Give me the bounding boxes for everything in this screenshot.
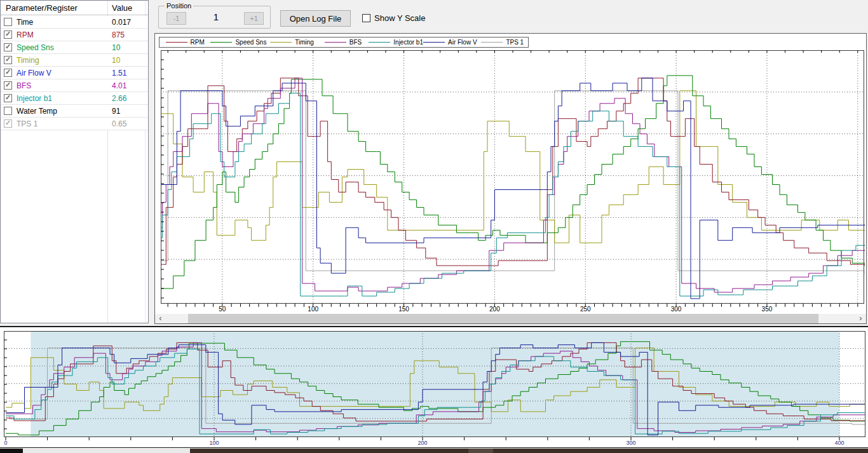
column-header-parameter[interactable]: Parameter/Register (6, 3, 78, 13)
parameter-value: 10 (112, 56, 120, 65)
parameter-checkbox[interactable] (4, 107, 12, 115)
legend-line-sample (423, 42, 445, 43)
position-value: 1 (203, 11, 229, 22)
x-axis-label: 100 (308, 306, 318, 313)
table-row[interactable]: ✓Timing10 (1, 54, 148, 67)
legend-label: BFS (349, 39, 362, 46)
parameter-label: Injector b1 (17, 94, 52, 103)
parameter-checkbox[interactable]: ✓ (4, 119, 12, 128)
main-chart-plot[interactable]: 50100150200250300350 (161, 50, 865, 313)
legend-label: TPS 1 (506, 39, 524, 46)
check-icon: ✓ (5, 43, 11, 51)
legend-line-sample (481, 42, 503, 43)
series-injector-b1 (161, 93, 865, 296)
check-icon: ✓ (5, 81, 11, 89)
taskbar-segment (0, 449, 23, 453)
checkbox-icon[interactable] (362, 14, 370, 22)
table-row[interactable]: ✓Injector b12.66 (1, 92, 148, 105)
show-y-scale-checkbox[interactable]: Show Y Scale (362, 13, 425, 23)
legend-item: Timing (266, 39, 317, 46)
parameter-label: Time (17, 18, 33, 27)
legend-label: Air Flow V (448, 39, 477, 46)
parameter-checkbox[interactable]: ✓ (4, 81, 12, 90)
show-y-scale-label: Show Y Scale (374, 13, 425, 23)
parameter-label: RPM (17, 30, 34, 39)
position-group-label: Position (165, 2, 193, 10)
x-axis-label: 200 (489, 306, 500, 313)
parameter-label: TPS 1 (17, 119, 37, 128)
parameter-label: BFS (17, 81, 31, 90)
parameter-checkbox[interactable]: ✓ (4, 94, 12, 102)
series-speed-sns (161, 76, 865, 299)
legend-item: Injector b1 (369, 39, 423, 46)
position-prev-button[interactable]: -1 (166, 12, 186, 25)
legend-item: RPM (159, 39, 210, 46)
legend-label: Timing (295, 39, 314, 46)
x-axis-label: 50 (219, 306, 226, 313)
parameter-checkbox[interactable]: ✓ (4, 30, 12, 39)
parameter-label: Speed Sns (17, 43, 54, 52)
parameter-value: 1.51 (112, 69, 126, 78)
scroll-right-button[interactable]: › (855, 314, 866, 323)
legend-item: Speed Sns (210, 39, 266, 46)
parameter-value: 2.66 (112, 94, 126, 103)
check-icon: ✓ (5, 68, 11, 76)
legend-line-sample (325, 42, 346, 43)
table-row[interactable]: ✓Speed Sns10 (1, 41, 148, 54)
series-air-flow-v (161, 78, 865, 299)
taskbar-segment (468, 449, 493, 453)
legend-label: Injector b1 (393, 39, 423, 46)
legend-line-sample (270, 42, 292, 43)
parameter-checkbox[interactable]: ✓ (4, 56, 12, 64)
parameter-label: Air Flow V (17, 69, 51, 78)
legend-item: TPS 1 (477, 39, 528, 46)
parameter-value: 10 (112, 43, 120, 52)
series-bfs (161, 78, 865, 292)
open-log-file-button[interactable]: Open Log File (280, 10, 351, 27)
legend-label: Speed Sns (235, 39, 266, 46)
check-icon: ✓ (5, 119, 11, 127)
taskbar-strip (0, 449, 868, 453)
check-icon: ✓ (5, 93, 11, 102)
x-axis-label: 350 (762, 306, 773, 313)
table-row[interactable]: ✓TPS 10.65 (1, 118, 148, 130)
table-row[interactable]: ✓BFS4.01 (1, 79, 148, 92)
legend-line-sample (166, 42, 187, 43)
parameter-checkbox[interactable] (4, 18, 12, 26)
table-row[interactable]: ✓RPM875 (1, 29, 148, 41)
legend-line-sample (369, 42, 390, 43)
parameter-value: 4.01 (112, 81, 126, 90)
table-row[interactable]: Water Temp91 (1, 105, 148, 118)
legend-item: Air Flow V (423, 39, 477, 46)
parameter-label: Water Temp (17, 107, 57, 116)
series-tps-1 (161, 91, 865, 273)
table-row[interactable]: Time0.017 (1, 16, 148, 29)
table-row[interactable]: ✓Air Flow V1.51 (1, 67, 148, 79)
legend-line-sample (210, 42, 232, 43)
x-axis-label: 400 (834, 440, 844, 446)
scroll-left-button[interactable]: ‹ (155, 314, 166, 323)
parameter-checkbox[interactable]: ✓ (4, 69, 12, 77)
horizontal-scrollbar[interactable]: ‹ › (155, 314, 866, 323)
x-axis-label: 0 (4, 440, 7, 446)
overview-chart-plot[interactable]: 0100200300400 (4, 327, 866, 448)
parameter-value: 0.017 (112, 18, 131, 27)
parameter-value: 91 (112, 107, 120, 116)
parameter-checkbox[interactable]: ✓ (4, 43, 12, 51)
legend-label: RPM (191, 39, 205, 46)
parameter-value: 0.65 (112, 119, 126, 128)
x-axis-label: 250 (580, 306, 591, 313)
table-header: Parameter/Register Value (1, 1, 148, 15)
column-header-value[interactable]: Value (112, 3, 132, 13)
log-viewer-window: Parameter/Register Value Time0.017✓RPM87… (0, 0, 868, 453)
parameter-table-panel: Parameter/Register Value Time0.017✓RPM87… (0, 0, 149, 323)
x-axis-label: 200 (417, 440, 427, 446)
x-axis-label: 100 (209, 440, 219, 446)
check-icon: ✓ (5, 55, 11, 64)
position-next-button[interactable]: +1 (244, 12, 264, 25)
chart-legend: RPMSpeed SnsTimingBFSInjector b1Air Flow… (159, 37, 529, 48)
check-icon: ✓ (5, 30, 11, 38)
parameter-label: Timing (17, 56, 39, 65)
legend-item: BFS (318, 39, 369, 46)
scrollbar-thumb[interactable] (188, 314, 818, 323)
